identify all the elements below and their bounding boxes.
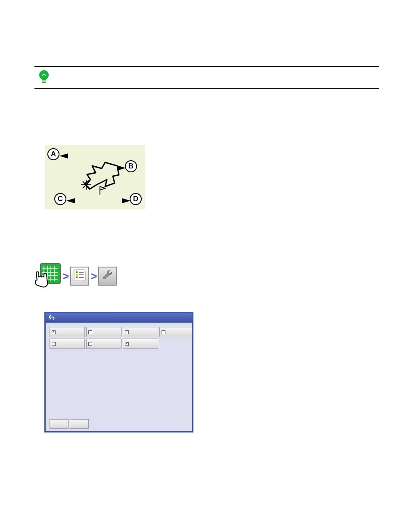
option-2-1[interactable] — [50, 339, 85, 349]
callout-c-label: C — [58, 195, 63, 203]
options-row-1: ✔ — [50, 327, 192, 337]
callout-b-pointer-icon — [117, 165, 126, 172]
abcd-diagram: A B C D — [45, 145, 145, 209]
callout-d-label: D — [133, 195, 138, 203]
option-1-1[interactable]: ✔ — [50, 327, 85, 337]
option-2-3[interactable]: ✔ — [123, 339, 158, 349]
svg-marker-11 — [66, 198, 75, 203]
callout-d-pointer-icon — [122, 197, 131, 205]
checkbox-icon — [88, 330, 92, 334]
svg-marker-9 — [59, 153, 68, 159]
svg-rect-23 — [76, 271, 78, 273]
svg-rect-25 — [76, 277, 78, 278]
svg-point-0 — [39, 70, 49, 80]
checkbox-icon: ✔ — [125, 342, 129, 346]
checkbox-icon: ✔ — [52, 330, 56, 334]
callout-d: D — [130, 193, 142, 205]
navigation-path: > > — [34, 263, 117, 289]
menu-grid-button[interactable] — [34, 263, 61, 289]
list-button[interactable] — [70, 267, 89, 286]
rule-top — [34, 66, 379, 67]
path-separator-2: > — [90, 270, 97, 283]
settings-button[interactable] — [98, 267, 117, 286]
option-1-4[interactable] — [159, 327, 192, 337]
checkbox-icon — [88, 342, 92, 346]
callout-a-label: A — [51, 150, 56, 159]
callout-a: A — [47, 148, 59, 160]
svg-rect-1 — [42, 78, 46, 80]
checkbox-icon — [52, 342, 56, 346]
svg-rect-3 — [42, 82, 46, 83]
dialog-button-2[interactable] — [70, 419, 89, 429]
option-1-3[interactable] — [123, 327, 158, 337]
checkbox-icon — [162, 330, 165, 334]
callout-c-pointer-icon — [66, 197, 75, 205]
options-row-2: ✔ — [50, 339, 192, 349]
callout-a-pointer-icon — [59, 152, 68, 160]
list-icon — [73, 269, 86, 283]
dialog-titlebar — [46, 313, 192, 323]
option-2-2[interactable] — [86, 339, 121, 349]
rule-bottom — [34, 88, 379, 89]
lightbulb-icon — [38, 70, 50, 89]
checkbox-icon — [125, 330, 129, 334]
dialog-button-1[interactable] — [50, 419, 68, 429]
options-dialog: ✔ ✔ — [44, 312, 193, 432]
callout-b-label: B — [128, 162, 134, 171]
wrench-icon — [102, 269, 114, 283]
callout-c: C — [54, 193, 66, 205]
callout-b: B — [125, 160, 137, 172]
svg-rect-2 — [42, 81, 46, 81]
back-arrow-icon[interactable] — [48, 314, 56, 322]
option-1-2[interactable] — [86, 327, 121, 337]
svg-marker-12 — [122, 198, 131, 203]
svg-rect-24 — [76, 274, 78, 276]
svg-marker-10 — [117, 165, 126, 171]
path-separator-1: > — [62, 270, 69, 283]
